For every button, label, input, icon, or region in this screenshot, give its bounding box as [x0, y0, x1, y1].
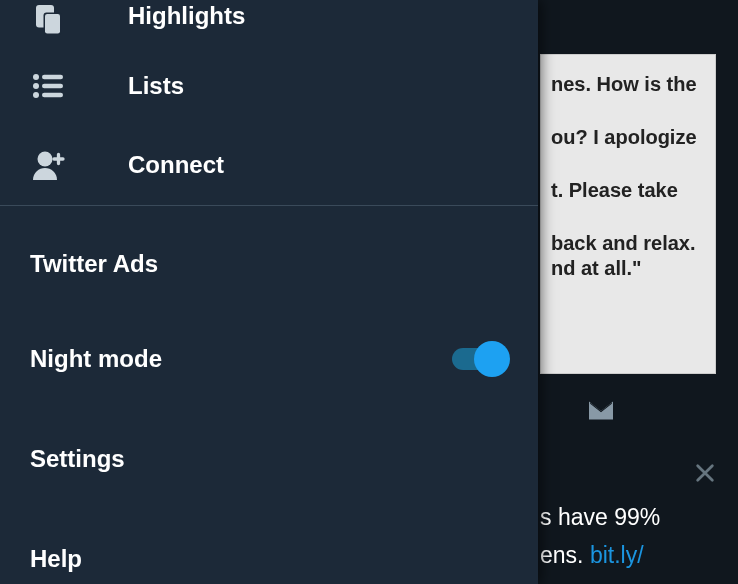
nav-item-label: Connect: [106, 151, 224, 179]
nav-item-settings[interactable]: Settings: [0, 404, 538, 514]
svg-rect-8: [42, 93, 63, 98]
close-icon[interactable]: [694, 460, 716, 491]
nav-item-highlights[interactable]: Highlights: [0, 0, 538, 46]
svg-rect-2: [45, 14, 60, 34]
tweet-link[interactable]: bit.ly/: [590, 542, 644, 568]
tweet-image-text: ou? I apologize: [551, 126, 705, 149]
svg-point-7: [33, 92, 39, 98]
svg-point-3: [33, 74, 39, 80]
settings-item-label: Settings: [30, 445, 125, 473]
nav-item-help[interactable]: Help: [0, 514, 538, 584]
settings-item-label: Night mode: [30, 345, 162, 373]
navigation-drawer: Highlights Lists Connect Twitter Ads Nig…: [0, 0, 538, 584]
highlights-icon: [30, 2, 106, 38]
settings-item-label: Twitter Ads: [30, 250, 158, 278]
nav-item-night-mode[interactable]: Night mode: [0, 314, 538, 404]
nav-item-twitter-ads[interactable]: Twitter Ads: [0, 206, 538, 314]
tweet-image-text: t. Please take: [551, 179, 705, 202]
settings-group: Twitter Ads Night mode Settings Help: [0, 206, 538, 584]
connect-icon: [30, 147, 106, 183]
nav-item-lists[interactable]: Lists: [0, 46, 538, 125]
settings-item-label: Help: [30, 545, 82, 573]
svg-rect-6: [42, 84, 63, 89]
tweet-image-text: nd at all.": [551, 257, 705, 280]
tweet-text-fragment: s have 99%: [540, 504, 660, 530]
tweet-image-text: back and relax.: [551, 232, 705, 255]
svg-point-9: [38, 152, 53, 167]
tweet-text-fragment: ens.: [540, 542, 590, 568]
night-mode-toggle[interactable]: [452, 348, 504, 370]
nav-item-label: Highlights: [106, 2, 245, 30]
lists-icon: [30, 68, 106, 104]
tweet-image-text: nes. How is the: [551, 73, 705, 96]
nav-item-label: Lists: [106, 72, 184, 100]
nav-item-connect[interactable]: Connect: [0, 126, 538, 205]
tweet-image-card[interactable]: nes. How is the ou? I apologize t. Pleas…: [540, 54, 716, 374]
direct-message-icon[interactable]: [586, 399, 616, 427]
tweet-actions: [540, 390, 738, 436]
svg-point-5: [33, 83, 39, 89]
tweet-text: s have 99% ens. bit.ly/: [540, 498, 738, 574]
svg-rect-4: [42, 75, 63, 80]
toggle-knob: [474, 341, 510, 377]
